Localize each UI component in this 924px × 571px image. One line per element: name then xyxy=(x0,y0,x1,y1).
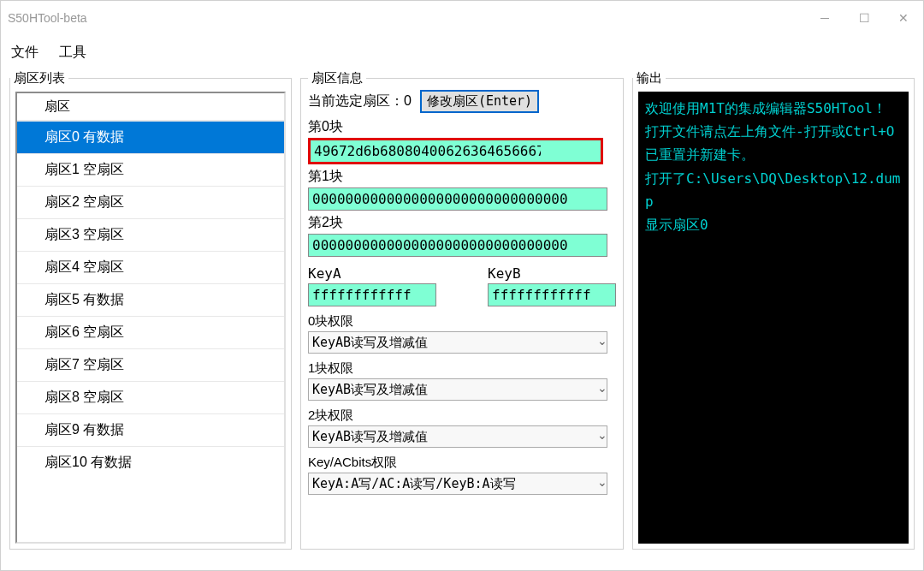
output-legend: 输出 xyxy=(633,70,666,86)
sector-item-3[interactable]: 扇区3 空扇区 xyxy=(17,218,284,251)
sector-info-group: 扇区信息 当前选定扇区：0 修改扇区(Enter) 第0块 第1块 第2块 Ke… xyxy=(300,70,624,550)
sector-listbox[interactable]: 扇区 扇区0 有数据扇区1 空扇区扇区2 空扇区扇区3 空扇区扇区4 空扇区扇区… xyxy=(15,92,286,544)
sector-item-4[interactable]: 扇区4 空扇区 xyxy=(17,251,284,283)
block1-label: 第1块 xyxy=(308,168,616,186)
current-sector-label: 当前选定扇区：0 xyxy=(308,92,412,110)
change-sector-button[interactable]: 修改扇区(Enter) xyxy=(420,90,539,113)
sector-item-9[interactable]: 扇区9 有数据 xyxy=(17,413,284,446)
perm0-label: 0块权限 xyxy=(308,313,616,330)
perm2-select[interactable] xyxy=(308,425,607,448)
output-line: 欢迎使用M1T的集成编辑器S50HTool！ xyxy=(645,97,902,120)
sector-info-legend: 扇区信息 xyxy=(308,70,366,86)
perm0-select[interactable] xyxy=(308,331,607,354)
output-line: 显示扇区0 xyxy=(645,213,902,236)
sector-item-6[interactable]: 扇区6 空扇区 xyxy=(17,316,284,348)
app-window: S50HTool-beta ─ ☐ ✕ 文件 工具 扇区列表 扇区 扇区0 有数… xyxy=(0,0,924,571)
sector-list-legend: 扇区列表 xyxy=(10,70,68,86)
titlebar: S50HTool-beta ─ ☐ ✕ xyxy=(1,1,923,35)
block0-input[interactable] xyxy=(308,138,603,164)
sector-item-1[interactable]: 扇区1 空扇区 xyxy=(17,153,284,186)
sector-list-group: 扇区列表 扇区 扇区0 有数据扇区1 空扇区扇区2 空扇区扇区3 空扇区扇区4 … xyxy=(9,70,292,550)
block0-label: 第0块 xyxy=(308,118,616,136)
menu-tools[interactable]: 工具 xyxy=(49,40,97,65)
maximize-button[interactable]: ☐ xyxy=(844,1,884,35)
window-title: S50HTool-beta xyxy=(8,11,87,25)
sector-item-10[interactable]: 扇区10 有数据 xyxy=(17,446,284,479)
window-controls: ─ ☐ ✕ xyxy=(805,1,923,35)
perm1-label: 1块权限 xyxy=(308,360,616,377)
permac-label: Key/ACbits权限 xyxy=(308,455,616,471)
menubar: 文件 工具 xyxy=(1,35,923,70)
block2-input[interactable] xyxy=(308,234,607,257)
output-group: 输出 欢迎使用M1T的集成编辑器S50HTool！打开文件请点左上角文件-打开或… xyxy=(632,70,915,550)
output-line: 打开了C:\Users\DQ\Desktop\12.dump xyxy=(645,167,902,213)
minimize-button[interactable]: ─ xyxy=(805,1,844,35)
sector-item-8[interactable]: 扇区8 空扇区 xyxy=(17,381,284,413)
permac-select[interactable] xyxy=(308,473,607,495)
block2-label: 第2块 xyxy=(308,214,616,232)
sector-item-7[interactable]: 扇区7 空扇区 xyxy=(17,348,284,381)
key-row: KeyA KeyB xyxy=(308,262,616,306)
output-line: 打开文件请点左上角文件-打开或Ctrl+O xyxy=(645,120,902,143)
close-button[interactable]: ✕ xyxy=(884,1,923,35)
keyb-label: KeyB xyxy=(488,265,616,282)
perm1-select[interactable] xyxy=(308,378,607,401)
block1-input[interactable] xyxy=(308,187,607,211)
sector-item-0[interactable]: 扇区0 有数据 xyxy=(17,121,284,153)
sector-list-header: 扇区 xyxy=(17,93,284,121)
sector-item-2[interactable]: 扇区2 空扇区 xyxy=(17,186,284,218)
perm2-label: 2块权限 xyxy=(308,407,616,424)
sector-item-5[interactable]: 扇区5 有数据 xyxy=(17,283,284,316)
current-sector-row: 当前选定扇区：0 修改扇区(Enter) xyxy=(308,90,616,113)
keyb-input[interactable] xyxy=(488,283,616,306)
keya-label: KeyA xyxy=(308,265,436,282)
main-content: 扇区列表 扇区 扇区0 有数据扇区1 空扇区扇区2 空扇区扇区3 空扇区扇区4 … xyxy=(1,70,923,571)
output-line: 已重置并新建卡。 xyxy=(645,143,902,166)
output-console[interactable]: 欢迎使用M1T的集成编辑器S50HTool！打开文件请点左上角文件-打开或Ctr… xyxy=(638,92,909,544)
menu-file[interactable]: 文件 xyxy=(1,40,49,65)
keya-input[interactable] xyxy=(308,283,436,306)
